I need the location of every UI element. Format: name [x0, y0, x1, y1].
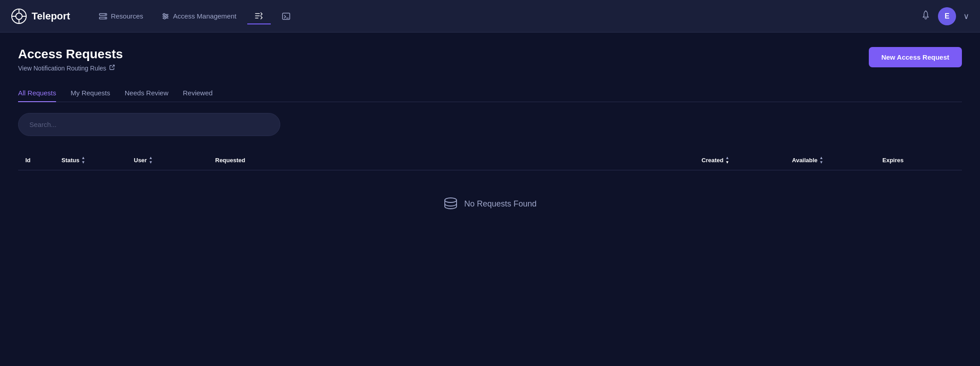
- sort-down-icon: ▼: [149, 160, 153, 164]
- tab-needs-review[interactable]: Needs Review: [125, 84, 169, 102]
- nav-access-mgmt-label: Access Management: [173, 12, 236, 20]
- logo[interactable]: Teleport: [11, 8, 70, 24]
- terminal-icon: [282, 12, 291, 20]
- sort-up-icon: ▲: [81, 156, 85, 160]
- nav-items: Resources Access Management: [92, 8, 921, 24]
- no-data-icon: [443, 197, 458, 210]
- status-sort-icon[interactable]: ▲ ▼: [81, 156, 85, 164]
- svg-point-14: [166, 15, 168, 17]
- svg-point-8: [105, 14, 106, 15]
- page-title: Access Requests: [18, 47, 123, 61]
- col-header-user[interactable]: User ▲ ▼: [134, 156, 215, 164]
- user-avatar[interactable]: E: [938, 7, 956, 25]
- svg-point-9: [105, 18, 106, 19]
- tab-my-requests[interactable]: My Requests: [71, 84, 110, 102]
- nav-item-terminal[interactable]: [274, 9, 298, 24]
- external-link-icon: [109, 64, 115, 72]
- main-content: Access Requests View Notification Routin…: [0, 33, 980, 252]
- col-header-id: Id: [25, 156, 61, 164]
- nav-item-access-management[interactable]: Access Management: [154, 9, 244, 24]
- requests-icon: [254, 12, 264, 20]
- sort-up-icon: ▲: [820, 156, 824, 160]
- sort-down-icon: ▼: [81, 160, 85, 164]
- tabs: All Requests My Requests Needs Review Re…: [18, 84, 962, 102]
- teleport-logo-icon: [11, 8, 27, 24]
- search-input[interactable]: [18, 113, 280, 136]
- svg-point-13: [163, 14, 165, 15]
- new-access-request-button[interactable]: New Access Request: [869, 47, 962, 67]
- user-initial: E: [945, 12, 950, 20]
- col-header-requested: Requested: [215, 156, 702, 164]
- sort-up-icon: ▲: [149, 156, 153, 160]
- svg-rect-19: [283, 13, 290, 19]
- sort-up-icon: ▲: [725, 156, 729, 160]
- resources-icon: [99, 12, 107, 20]
- notification-routing-link[interactable]: View Notification Routing Rules: [18, 64, 123, 72]
- svg-point-15: [164, 17, 165, 19]
- page-header: Access Requests View Notification Routin…: [18, 47, 962, 72]
- access-management-icon: [161, 12, 170, 20]
- col-header-created[interactable]: Created ▲ ▼: [702, 156, 792, 164]
- sort-down-icon: ▼: [820, 160, 824, 164]
- nav-resources-label: Resources: [111, 12, 143, 20]
- page-title-section: Access Requests View Notification Routin…: [18, 47, 123, 72]
- tab-reviewed[interactable]: Reviewed: [183, 84, 212, 102]
- nav-item-requests[interactable]: [247, 8, 271, 24]
- nav-item-resources[interactable]: Resources: [92, 9, 151, 24]
- available-sort-icon[interactable]: ▲ ▼: [820, 156, 824, 164]
- col-header-available[interactable]: Available ▲ ▼: [792, 156, 882, 164]
- nav-chevron-icon[interactable]: ∨: [963, 11, 969, 21]
- empty-state: No Requests Found: [18, 170, 962, 237]
- svg-point-1: [16, 13, 22, 19]
- logo-text: Teleport: [32, 10, 70, 22]
- sort-down-icon: ▼: [725, 160, 729, 164]
- user-sort-icon[interactable]: ▲ ▼: [149, 156, 153, 164]
- table-header: Id Status ▲ ▼ User ▲ ▼ Requested Created…: [18, 150, 962, 170]
- notification-routing-label: View Notification Routing Rules: [18, 65, 106, 72]
- search-container: [18, 113, 962, 136]
- no-requests-message: No Requests Found: [464, 199, 537, 209]
- svg-point-21: [445, 198, 457, 202]
- nav-right: E ∨: [921, 7, 969, 25]
- col-header-expires: Expires: [882, 156, 955, 164]
- bell-icon: [921, 10, 931, 20]
- notification-bell[interactable]: [921, 10, 931, 23]
- col-header-status[interactable]: Status ▲ ▼: [61, 156, 134, 164]
- navbar: Teleport Resources Access Management: [0, 0, 980, 33]
- tab-all-requests[interactable]: All Requests: [18, 84, 56, 102]
- created-sort-icon[interactable]: ▲ ▼: [725, 156, 729, 164]
